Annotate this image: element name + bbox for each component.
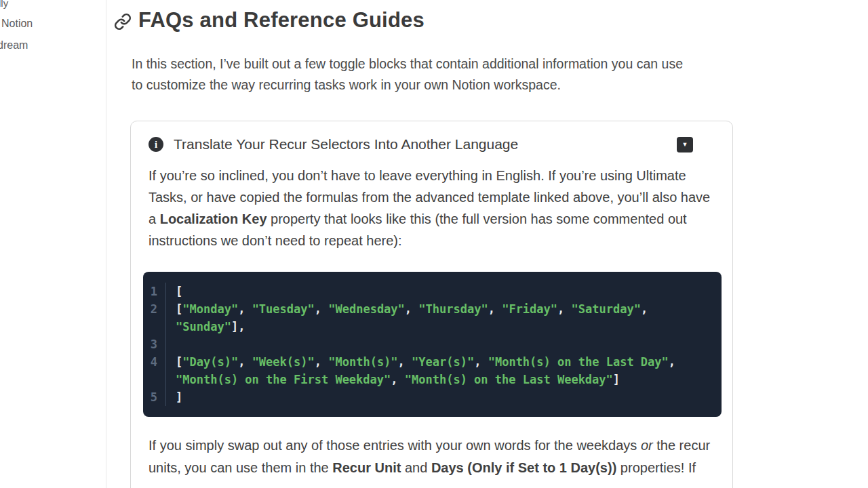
sidebar-item[interactable]: dream	[0, 39, 28, 52]
code-row: 1[	[143, 283, 712, 300]
sidebar-item[interactable]: Notion	[1, 18, 33, 30]
code-row: 3	[143, 336, 712, 353]
toggle-block-title: Translate Your Recur Selectors Into Anot…	[174, 136, 677, 152]
section-heading: FAQs and Reference Guides	[114, 8, 425, 33]
line-number: 4	[143, 353, 166, 371]
code-text: ]	[166, 388, 182, 406]
link-icon[interactable]	[114, 13, 132, 30]
code-lines: 1[2["Monday", "Tuesday", "Wednesday", "T…	[143, 283, 712, 406]
code-row: "Month(s) on the First Weekday", "Month(…	[143, 371, 712, 388]
code-row: "Sunday"],	[143, 318, 712, 336]
code-text: ["Day(s)", "Week(s)", "Month(s)", "Year(…	[166, 353, 675, 371]
sidebar-item[interactable]: lly	[0, 0, 8, 9]
line-number: 2	[143, 300, 166, 318]
code-text: ["Monday", "Tuesday", "Wednesday", "Thur…	[166, 300, 648, 318]
line-number	[143, 371, 166, 388]
info-icon: i	[149, 137, 163, 152]
toggle-block-header[interactable]: i Translate Your Recur Selectors Into An…	[149, 136, 715, 152]
line-number: 1	[143, 283, 166, 300]
sidebar-toc: lly Notion dream	[0, 0, 106, 488]
chevron-down-icon[interactable]: ▼	[677, 137, 693, 152]
code-block: 1[2["Monday", "Tuesday", "Wednesday", "T…	[143, 272, 722, 417]
code-row: 2["Monday", "Tuesday", "Wednesday", "Thu…	[143, 300, 712, 318]
code-text	[166, 336, 176, 353]
code-row: 4["Day(s)", "Week(s)", "Month(s)", "Year…	[143, 353, 712, 371]
toggle-block-card: i Translate Your Recur Selectors Into An…	[130, 121, 733, 488]
code-text: "Month(s) on the First Weekday", "Month(…	[166, 371, 620, 388]
line-number: 5	[143, 388, 166, 406]
code-text: "Sunday"],	[166, 318, 245, 336]
sidebar-divider	[106, 0, 106, 488]
toggle-body-paragraph: If you’re so inclined, you don’t have to…	[149, 165, 715, 251]
toggle-footer-paragraph: If you simply swap out any of those entr…	[149, 434, 715, 479]
code-row: 5]	[143, 388, 712, 406]
page-title: FAQs and Reference Guides	[138, 8, 425, 33]
line-number: 3	[143, 336, 166, 353]
line-number	[143, 318, 166, 336]
code-text: [	[166, 283, 182, 300]
intro-paragraph: In this section, I’ve built out a few to…	[132, 54, 693, 96]
